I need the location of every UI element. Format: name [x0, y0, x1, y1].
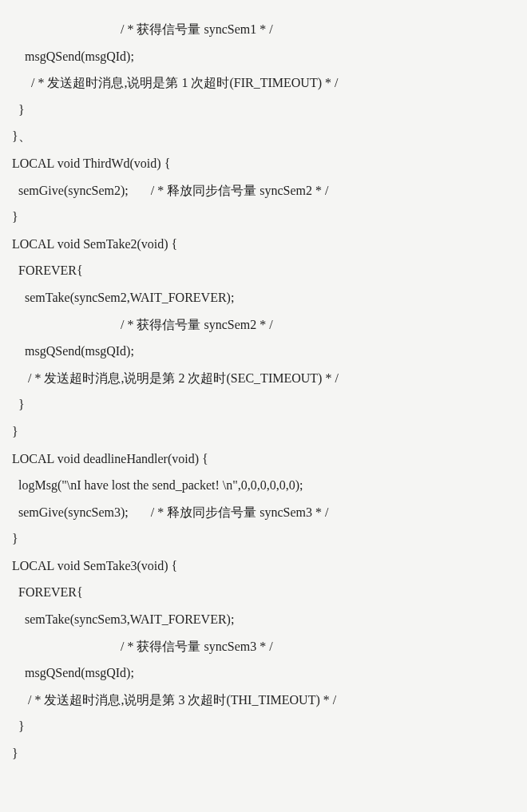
code-block: / * 获得信号量 syncSem1 * / msgQSend(msgQId);…	[12, 16, 515, 767]
code-line: / * 获得信号量 syncSem1 * /	[12, 16, 515, 43]
code-line: msgQSend(msgQId);	[12, 660, 515, 687]
code-line: / * 发送超时消息,说明是第 2 次超时(SEC_TIMEOUT) * /	[12, 365, 515, 392]
code-line: / * 发送超时消息,说明是第 1 次超时(FIR_TIMEOUT) * /	[12, 69, 515, 97]
code-line: / * 获得信号量 syncSem3 * /	[12, 633, 515, 660]
code-line: LOCAL void ThirdWd(void) {	[12, 150, 515, 177]
code-line: }	[12, 525, 515, 553]
code-line: logMsg("\nI have lost the send_packet! \…	[12, 472, 515, 499]
code-line: msgQSend(msgQId);	[12, 43, 515, 70]
code-line: LOCAL void SemTake2(void) {	[12, 231, 515, 258]
code-line: semTake(syncSem2,WAIT_FOREVER);	[12, 284, 515, 311]
code-line: / * 发送超时消息,说明是第 3 次超时(THI_TIMEOUT) * /	[12, 687, 515, 714]
code-line: LOCAL void SemTake3(void) {	[12, 553, 515, 580]
code-line: semGive(syncSem2); / * 释放同步信号量 syncSem2 …	[12, 177, 515, 204]
code-line: }	[12, 391, 515, 418]
code-line: }、	[12, 123, 515, 150]
code-line: }	[12, 97, 515, 124]
code-line: / * 获得信号量 syncSem2 * /	[12, 311, 515, 339]
code-line: FOREVER{	[12, 257, 515, 284]
code-line: }	[12, 204, 515, 231]
code-line: semGive(syncSem3); / * 释放同步信号量 syncSem3 …	[12, 499, 515, 526]
code-line: }	[12, 418, 515, 446]
code-line: FOREVER{	[12, 579, 515, 606]
code-line: semTake(syncSem3,WAIT_FOREVER);	[12, 606, 515, 633]
code-line: }	[12, 713, 515, 740]
code-line: LOCAL void deadlineHandler(void) {	[12, 446, 515, 473]
code-line: }	[12, 740, 515, 767]
code-line: msgQSend(msgQId);	[12, 338, 515, 365]
